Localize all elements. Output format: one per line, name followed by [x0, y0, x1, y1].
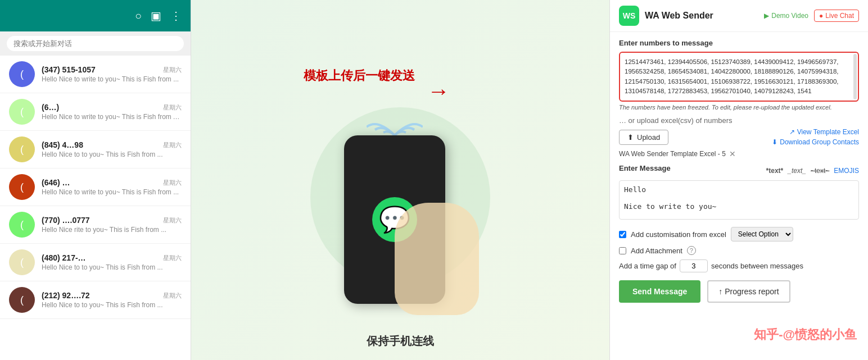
- time-gap-row: Add a time gap of seconds between messag…: [619, 259, 859, 272]
- wa-sender-title: WA Web Sender: [645, 11, 758, 21]
- numbers-content: 12514473461, 12394405506, 15123740389, 1…: [625, 58, 839, 94]
- chat-top: (347) 515-1057 星期六: [42, 65, 182, 74]
- list-item[interactable]: ( (845) 4…98 星期六 Hello Nice to to you~ T…: [0, 131, 191, 168]
- send-message-button[interactable]: Send Message: [619, 280, 700, 303]
- list-item[interactable]: ( (6…) 星期六 Hello Nice to write to you~ T…: [0, 93, 191, 131]
- chat-preview: Hello Nice to write to you~ This is Fish…: [42, 75, 182, 83]
- format-strike-option[interactable]: ~text~: [811, 167, 829, 175]
- download-group-contacts-link[interactable]: ⬇ Download Group Contacts: [772, 138, 859, 146]
- view-template-excel-link[interactable]: ↗ View Template Excel: [789, 128, 859, 136]
- upload-icon: ⬆: [627, 133, 634, 142]
- chat-top: (6…) 星期六: [42, 103, 182, 112]
- chat-top: (212) 92….72 星期六: [42, 291, 182, 300]
- numbers-section-label: Enter numbers to message: [619, 39, 859, 47]
- chat-preview: Hello Nice to to you~ This is Fish from …: [42, 151, 182, 158]
- chat-name: (480) 217-…: [42, 253, 86, 262]
- chat-list: ( (347) 515-1057 星期六 Hello Nice to write…: [0, 56, 191, 360]
- wa-sender-body: Enter numbers to message 12514473461, 12…: [610, 32, 868, 360]
- time-gap-input[interactable]: [680, 259, 708, 272]
- remove-file-button[interactable]: ✕: [729, 149, 736, 158]
- action-row: Send Message ↑ Progress report: [619, 280, 859, 303]
- chat-top: (646) … 星期六: [42, 178, 182, 187]
- chat-icon[interactable]: ▣: [151, 9, 161, 22]
- customisation-checkbox[interactable]: [619, 231, 626, 238]
- chat-time: 星期六: [163, 291, 182, 300]
- attachment-row: Add Attachment ?: [619, 246, 859, 255]
- message-textarea[interactable]: [619, 180, 859, 220]
- format-italic-option[interactable]: _text_: [788, 167, 806, 175]
- avatar: (: [9, 287, 35, 313]
- chat-content: (480) 217-… 星期六 Hello Nice to to you~ Th…: [42, 253, 182, 271]
- chat-preview: Hello Nice to to you~ This is Fish from …: [42, 301, 182, 309]
- chat-preview: Hello Nice rite to you~ This is Fish fro…: [42, 226, 182, 234]
- bottom-promo-text: 保持手机连线: [367, 334, 434, 349]
- promo-panel: 模板上传后一键发送 → 💬 保持手机连线: [191, 0, 609, 360]
- numbers-box[interactable]: 12514473461, 12394405506, 15123740389, 1…: [619, 52, 859, 102]
- wa-sender-header: WS WA Web Sender ▶ Demo Video ● Live Cha…: [610, 0, 868, 32]
- avatar: (: [9, 99, 35, 125]
- scrollbar: [853, 54, 857, 99]
- attachment-help-icon[interactable]: ?: [687, 246, 696, 255]
- chat-time: 星期六: [163, 141, 182, 149]
- chat-name: (845) 4…98: [42, 140, 83, 149]
- chat-time: 星期六: [163, 216, 182, 225]
- refresh-icon[interactable]: ○: [135, 10, 142, 22]
- chat-header: ○ ▣ ⋮: [0, 0, 191, 31]
- external-link-icon: ↗: [789, 128, 795, 136]
- play-icon: ▶: [764, 12, 769, 20]
- time-gap-label-before: Add a time gap of: [619, 262, 676, 270]
- format-emoji-option[interactable]: EMOJIS: [834, 167, 859, 175]
- format-options: *text* _text_ ~text~ EMOJIS: [766, 167, 859, 175]
- list-item[interactable]: ( (212) 92….72 星期六 Hello Nice to to you~…: [0, 281, 191, 319]
- search-input[interactable]: [7, 36, 184, 51]
- chat-content: (347) 515-1057 星期六 Hello Nice to write t…: [42, 65, 182, 83]
- avatar: (: [9, 174, 35, 200]
- chat-name: (347) 515-1057: [42, 65, 96, 74]
- promo-text: 模板上传后一键发送: [304, 67, 415, 84]
- progress-report-button[interactable]: ↑ Progress report: [707, 280, 790, 303]
- chat-top: (480) 217-… 星期六: [42, 253, 182, 262]
- chat-content: (646) … 星期六 Hello Nice to write to you~ …: [42, 178, 182, 196]
- chat-top: (770) ….0777 星期六: [42, 216, 182, 225]
- live-chat-button[interactable]: ● Live Chat: [814, 10, 859, 22]
- chat-time: 星期六: [163, 103, 182, 112]
- chat-preview: Hello Nice to write to you~ This is Fish…: [42, 113, 182, 121]
- dot-icon: ●: [819, 12, 823, 20]
- template-links: ↗ View Template Excel ⬇ Download Group C…: [772, 128, 859, 146]
- customisation-select[interactable]: Select Option: [731, 227, 793, 241]
- arrow-icon: →: [427, 79, 450, 104]
- customisation-label: Add customisation from excel: [631, 230, 726, 239]
- chat-name: (770) ….0777: [42, 216, 90, 225]
- file-tag: WA Web Sender Template Excel - 5 ✕: [619, 149, 859, 158]
- chat-name: (6…): [42, 103, 59, 112]
- ws-logo: WS: [619, 6, 639, 26]
- chat-name: (212) 92….72: [42, 291, 90, 300]
- chat-content: (6…) 星期六 Hello Nice to write to you~ Thi…: [42, 103, 182, 121]
- message-section-label: Enter Message: [619, 164, 671, 172]
- chat-time: 星期六: [163, 254, 182, 262]
- avatar: (: [9, 136, 35, 162]
- chat-name: (646) …: [42, 178, 70, 187]
- avatar: (: [9, 61, 35, 87]
- upload-section-label: … or upload excel(csv) of numbers: [619, 116, 859, 125]
- file-tag-label: WA Web Sender Template Excel - 5: [619, 150, 726, 158]
- chat-content: (770) ….0777 星期六 Hello Nice rite to you~…: [42, 216, 182, 234]
- attachment-label: Add Attachment: [631, 247, 682, 255]
- demo-video-button[interactable]: ▶ Demo Video: [764, 12, 808, 20]
- chat-preview: Hello Nice to to you~ This is Fish from …: [42, 263, 182, 271]
- list-item[interactable]: ( (347) 515-1057 星期六 Hello Nice to write…: [0, 56, 191, 93]
- chat-list-panel: ○ ▣ ⋮ ( (347) 515-1057 星期六 Hello Nice to…: [0, 0, 191, 360]
- customisation-row: Add customisation from excel Select Opti…: [619, 227, 859, 241]
- list-item[interactable]: ( (770) ….0777 星期六 Hello Nice rite to yo…: [0, 206, 191, 244]
- format-bold-option[interactable]: *text*: [766, 167, 784, 175]
- list-item[interactable]: ( (646) … 星期六 Hello Nice to write to you…: [0, 168, 191, 206]
- search-bar: [0, 31, 191, 56]
- attachment-checkbox[interactable]: [619, 247, 626, 254]
- list-item[interactable]: ( (480) 217-… 星期六 Hello Nice to to you~ …: [0, 244, 191, 281]
- menu-icon[interactable]: ⋮: [170, 9, 182, 22]
- chat-top: (845) 4…98 星期六: [42, 140, 182, 149]
- phone-illustration: 💬: [322, 90, 479, 304]
- chat-content: (212) 92….72 星期六 Hello Nice to to you~ T…: [42, 291, 182, 309]
- upload-button[interactable]: ⬆ Upload: [619, 130, 668, 145]
- avatar: (: [9, 212, 35, 238]
